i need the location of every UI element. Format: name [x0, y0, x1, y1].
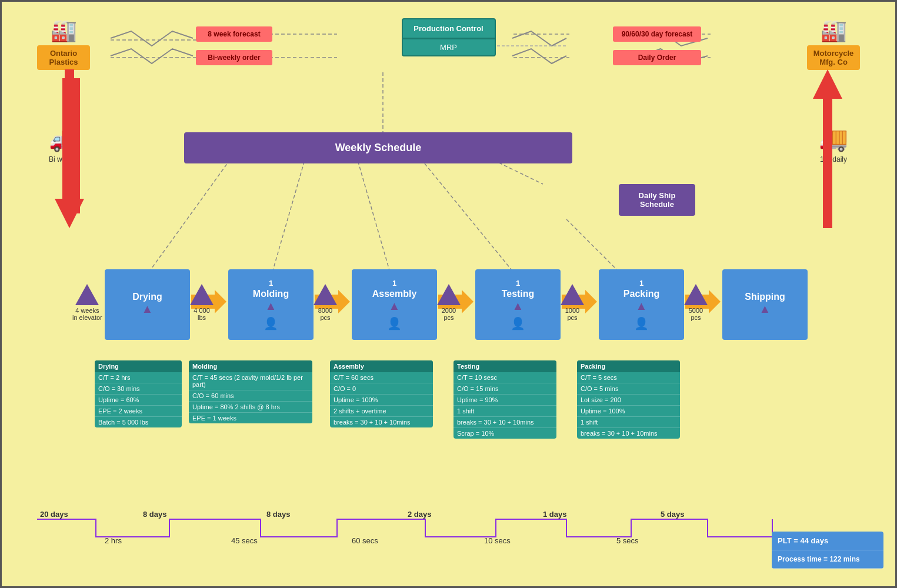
info-assembly-ct: C/T = 60 secs	[330, 372, 433, 383]
plt-box: PLT = 44 days Process time = 122 mins	[772, 532, 883, 569]
molding-operator-count: 1	[269, 279, 273, 288]
daily-order: Daily Order	[613, 50, 701, 65]
shipping-label: Shipping	[745, 292, 785, 302]
svg-line-1	[149, 150, 237, 272]
main-container: 🏭 OntarioPlastics 🏭 MotorcycleMfg. Co 8 …	[0, 0, 897, 588]
info-packing-header: Packing	[577, 360, 680, 372]
timeline-days-1: 1 days	[543, 510, 566, 519]
process-testing: 1 Testing ▲ 👤	[475, 269, 561, 340]
prod-control-mrp: MRP	[402, 39, 496, 56]
info-drying-co: C/O = 30 mins	[95, 383, 182, 395]
info-packing: Packing C/T = 5 secs C/O = 5 mins Lot si…	[577, 360, 680, 439]
info-drying-uptime: Uptime = 60%	[95, 395, 182, 406]
info-assembly-uptime: Uptime = 100%	[330, 395, 433, 406]
testing-person-icon: 👤	[511, 316, 525, 330]
info-packing-ct: C/T = 5 secs	[577, 372, 680, 383]
testing-label: Testing	[502, 289, 535, 299]
info-testing-ct: C/T = 10 sesc	[453, 372, 556, 383]
timeline-days-8b: 8 days	[266, 510, 290, 519]
info-testing-co: C/O = 15 mins	[453, 383, 556, 395]
info-testing: Testing C/T = 10 sesc C/O = 15 mins Upti…	[453, 360, 556, 439]
drying-label: Drying	[132, 292, 162, 302]
assembly-operator-count: 1	[392, 279, 396, 288]
process-packing: 1 Packing ▲ 👤	[599, 269, 684, 340]
daily-ship-schedule: Daily ShipSchedule	[619, 184, 695, 216]
testing-triangle: ▲	[512, 299, 524, 313]
info-drying-epe: EPE = 2 weeks	[95, 406, 182, 417]
info-testing-uptime: Uptime = 90%	[453, 395, 556, 406]
shipping-triangle: ▲	[759, 302, 771, 316]
info-molding-ct: C/T = 45 secs (2 cavity mold/1/2 lb per …	[189, 372, 312, 390]
forecast-8week: 8 week forecast	[196, 26, 272, 42]
info-assembly: Assembly C/T = 60 secs C/O = 0 Uptime = …	[330, 360, 433, 427]
info-molding-uptime: Uptime = 80% 2 shifts @ 8 hrs	[189, 402, 312, 413]
info-packing-lotsize: Lot size = 200	[577, 395, 680, 406]
left-supplier-label: OntarioPlastics	[37, 45, 90, 70]
biweekly-order: Bi-weekly order	[196, 50, 272, 65]
molding-triangle: ▲	[265, 299, 277, 313]
info-molding: Molding C/T = 45 secs (2 cavity mold/1/2…	[189, 360, 312, 423]
timeline-time-2hrs: 2 hrs	[105, 536, 122, 545]
process-assembly: 1 Assembly ▲ 👤	[352, 269, 437, 340]
assembly-label: Assembly	[372, 289, 417, 299]
svg-marker-10	[813, 69, 842, 99]
svg-line-6	[566, 219, 619, 272]
info-assembly-breaks: breaks = 30 + 10 + 10mins	[330, 417, 433, 427]
svg-marker-9	[55, 199, 84, 228]
svg-line-2	[272, 150, 308, 272]
info-testing-breaks: breaks = 30 + 10 + 10mins	[453, 417, 556, 428]
svg-rect-11	[823, 99, 832, 228]
info-molding-epe: EPE = 1 weeks	[189, 413, 312, 423]
info-drying-header: Drying	[95, 360, 182, 372]
info-packing-co: C/O = 5 mins	[577, 383, 680, 395]
drying-triangle: ▲	[142, 302, 154, 316]
inv-drying-molding: 4 000lbs	[190, 284, 214, 321]
info-testing-shifts: 1 shift	[453, 406, 556, 417]
left-supplier: 🏭 OntarioPlastics	[37, 18, 90, 70]
info-packing-uptime: Uptime = 100%	[577, 406, 680, 417]
timeline-time-10secs: 10 secs	[484, 536, 511, 545]
svg-line-3	[355, 150, 390, 272]
timeline-days-20: 20 days	[40, 510, 68, 519]
inv-assembly-testing: 2000pcs	[437, 284, 461, 321]
weekly-schedule: Weekly Schedule	[184, 132, 572, 163]
info-assembly-co: C/O = 0	[330, 383, 433, 395]
packing-triangle: ▲	[636, 299, 648, 313]
timeline-days-5: 5 days	[661, 510, 684, 519]
info-drying-ct: C/T = 2 hrs	[95, 372, 182, 383]
process-drying: Drying ▲	[105, 269, 190, 340]
info-drying-batch: Batch = 5 000 lbs	[95, 417, 182, 427]
info-molding-co: C/O = 60 mins	[189, 390, 312, 402]
packing-operator-count: 1	[639, 279, 643, 288]
info-packing-shifts: 1 shift	[577, 417, 680, 428]
red-arrow-left	[55, 69, 84, 230]
process-molding: 1 Molding ▲ 👤	[228, 269, 314, 340]
assembly-triangle: ▲	[389, 299, 401, 313]
inv-testing-packing: 1000pcs	[561, 284, 584, 321]
factory-icon-right: 🏭	[807, 18, 860, 43]
molding-label: Molding	[253, 289, 289, 299]
inv-left: 4 weeksin elevator	[72, 284, 102, 321]
production-control: Production Control MRP	[402, 18, 496, 56]
timeline-time-45secs: 45 secs	[231, 536, 258, 545]
packing-person-icon: 👤	[634, 316, 649, 330]
testing-operator-count: 1	[516, 279, 520, 288]
packing-label: Packing	[623, 289, 659, 299]
timeline-days-2: 2 days	[408, 510, 431, 519]
info-testing-header: Testing	[453, 360, 556, 372]
info-testing-scrap: Scrap = 10%	[453, 428, 556, 439]
timeline-time-60secs: 60 secs	[352, 536, 378, 545]
inv-packing-shipping: 5000pcs	[684, 284, 708, 321]
svg-rect-8	[65, 69, 74, 199]
timeline-days-8a: 8 days	[143, 510, 166, 519]
info-molding-header: Molding	[189, 360, 312, 372]
inv-molding-assembly: 8000pcs	[314, 284, 337, 321]
info-drying: Drying C/T = 2 hrs C/O = 30 mins Uptime …	[95, 360, 182, 427]
info-packing-breaks: breaks = 30 + 10 + 10mins	[577, 428, 680, 439]
factory-icon-left: 🏭	[37, 18, 90, 43]
right-supplier-label: MotorcycleMfg. Co	[807, 45, 860, 70]
process-time-value: Process time = 122 mins	[772, 550, 883, 569]
info-assembly-header: Assembly	[330, 360, 433, 372]
plt-value: PLT = 44 days	[772, 532, 883, 550]
prod-control-title: Production Control	[402, 18, 496, 39]
